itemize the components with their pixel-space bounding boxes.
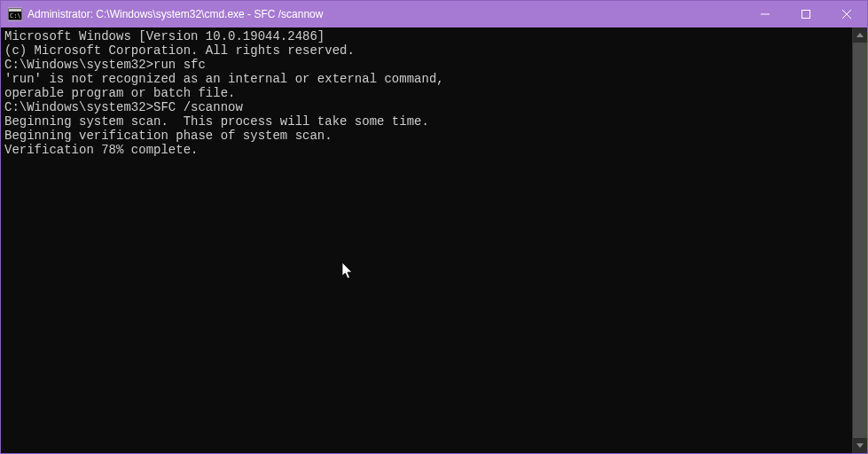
prompt-path: C:\Windows\system32> (4, 100, 153, 114)
terminal-output[interactable]: Microsoft Windows [Version 10.0.19044.24… (1, 27, 852, 453)
titlebar[interactable]: C:\ Administrator: C:\Windows\system32\c… (1, 1, 867, 27)
svg-text:C:\: C:\ (10, 12, 21, 20)
minimize-icon (761, 10, 770, 19)
scan-begin-line: Beginning system scan. This process will… (4, 114, 848, 129)
prompt-line-1: C:\Windows\system32>run sfc (4, 58, 848, 72)
prompt-line-2: C:\Windows\system32>SFC /scannow (4, 100, 848, 114)
cmd-window: C:\ Administrator: C:\Windows\system32\c… (0, 0, 868, 454)
command-text: run sfc (153, 58, 206, 72)
maximize-icon (802, 10, 810, 19)
chevron-down-icon (856, 443, 864, 448)
maximize-button[interactable] (786, 1, 826, 27)
vertical-scrollbar[interactable] (852, 27, 867, 453)
close-button[interactable] (826, 1, 867, 27)
verification-begin-line: Beginning verification phase of system s… (4, 129, 848, 143)
error-line-2: operable program or batch file. (4, 86, 848, 100)
version-line: Microsoft Windows [Version 10.0.19044.24… (4, 29, 848, 43)
scroll-up-button[interactable] (853, 27, 867, 43)
terminal-area: Microsoft Windows [Version 10.0.19044.24… (1, 27, 867, 453)
scroll-thumb[interactable] (853, 43, 867, 438)
prompt-path: C:\Windows\system32> (4, 58, 153, 72)
mouse-cursor-icon (342, 262, 355, 280)
copyright-line: (c) Microsoft Corporation. All rights re… (4, 43, 848, 58)
svg-rect-1 (9, 9, 21, 12)
close-icon (842, 10, 851, 19)
verification-progress-line: Verification 78% complete. (4, 143, 848, 157)
scroll-down-button[interactable] (853, 438, 867, 453)
chevron-up-icon (856, 33, 864, 37)
minimize-button[interactable] (745, 1, 786, 27)
command-text: SFC /scannow (153, 100, 243, 114)
scroll-track[interactable] (853, 43, 867, 438)
error-line-1: 'run' is not recognized as an internal o… (4, 72, 848, 86)
window-title: Administrator: C:\Windows\system32\cmd.e… (27, 8, 745, 20)
svg-rect-4 (802, 11, 810, 19)
cmd-icon: C:\ (8, 7, 22, 21)
window-controls (745, 1, 867, 27)
